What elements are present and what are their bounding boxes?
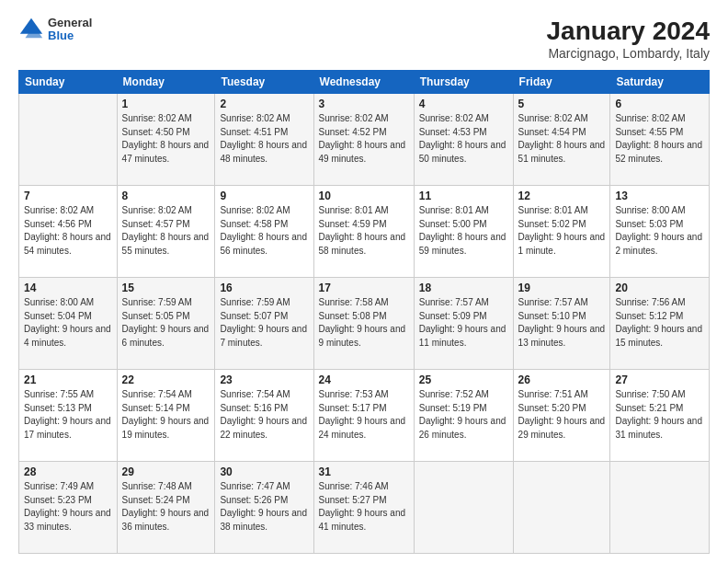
day-cell: 27 Sunrise: 7:50 AM Sunset: 5:21 PM Dayl… (610, 370, 710, 462)
sunrise-text: Sunrise: 8:02 AM (419, 113, 489, 123)
calendar-table: Sunday Monday Tuesday Wednesday Thursday… (18, 70, 710, 554)
sunset-text: Sunset: 5:23 PM (24, 495, 92, 505)
day-cell: 5 Sunrise: 8:02 AM Sunset: 4:54 PM Dayli… (513, 94, 610, 186)
daylight-text: Daylight: 9 hours and 26 minutes. (419, 416, 506, 440)
sunset-text: Sunset: 4:55 PM (615, 127, 683, 137)
day-number: 16 (220, 282, 308, 294)
daylight-text: Daylight: 9 hours and 38 minutes. (220, 508, 307, 532)
day-cell: 11 Sunrise: 8:01 AM Sunset: 5:00 PM Dayl… (414, 186, 513, 278)
day-cell: 8 Sunrise: 8:02 AM Sunset: 4:57 PM Dayli… (117, 186, 215, 278)
daylight-text: Daylight: 8 hours and 49 minutes. (319, 140, 406, 164)
day-cell: 14 Sunrise: 8:00 AM Sunset: 5:04 PM Dayl… (19, 278, 118, 370)
sunrise-text: Sunrise: 7:50 AM (615, 389, 685, 399)
day-cell (513, 462, 610, 554)
daylight-text: Daylight: 9 hours and 2 minutes. (615, 232, 702, 256)
col-saturday: Saturday (610, 71, 710, 94)
logo-general: General (48, 17, 92, 29)
sunrise-text: Sunrise: 7:58 AM (319, 297, 389, 307)
sunset-text: Sunset: 5:07 PM (220, 311, 288, 321)
daylight-text: Daylight: 8 hours and 47 minutes. (122, 140, 210, 164)
daylight-text: Daylight: 9 hours and 33 minutes. (24, 508, 111, 532)
calendar-body: 1 Sunrise: 8:02 AM Sunset: 4:50 PM Dayli… (19, 94, 710, 554)
daylight-text: Daylight: 9 hours and 1 minute. (518, 232, 606, 256)
day-info: Sunrise: 8:02 AM Sunset: 4:57 PM Dayligh… (122, 204, 210, 258)
day-cell: 1 Sunrise: 8:02 AM Sunset: 4:50 PM Dayli… (117, 94, 215, 186)
header: General Blue January 2024 Marcignago, Lo… (18, 17, 710, 61)
day-number: 23 (220, 373, 308, 386)
sunset-text: Sunset: 5:14 PM (122, 403, 190, 413)
day-cell: 9 Sunrise: 8:02 AM Sunset: 4:58 PM Dayli… (215, 186, 313, 278)
day-cell: 12 Sunrise: 8:01 AM Sunset: 5:02 PM Dayl… (513, 186, 610, 278)
week-row-3: 21 Sunrise: 7:55 AM Sunset: 5:13 PM Dayl… (19, 370, 710, 462)
sunset-text: Sunset: 4:54 PM (518, 127, 586, 137)
day-info: Sunrise: 8:02 AM Sunset: 4:51 PM Dayligh… (220, 112, 308, 166)
daylight-text: Daylight: 9 hours and 4 minutes. (24, 324, 111, 348)
sunset-text: Sunset: 4:53 PM (419, 127, 487, 137)
day-info: Sunrise: 7:48 AM Sunset: 5:24 PM Dayligh… (122, 480, 210, 534)
day-cell: 13 Sunrise: 8:00 AM Sunset: 5:03 PM Dayl… (610, 186, 710, 278)
daylight-text: Daylight: 8 hours and 51 minutes. (518, 140, 606, 164)
day-info: Sunrise: 8:02 AM Sunset: 4:50 PM Dayligh… (122, 112, 210, 166)
sunrise-text: Sunrise: 8:00 AM (615, 205, 685, 215)
daylight-text: Daylight: 9 hours and 36 minutes. (122, 508, 210, 532)
day-number: 28 (24, 465, 112, 478)
day-number: 8 (122, 190, 210, 202)
sunset-text: Sunset: 5:24 PM (122, 495, 190, 505)
day-info: Sunrise: 7:55 AM Sunset: 5:13 PM Dayligh… (24, 388, 112, 442)
day-cell: 21 Sunrise: 7:55 AM Sunset: 5:13 PM Dayl… (19, 370, 118, 462)
sunrise-text: Sunrise: 8:02 AM (319, 113, 389, 123)
sunrise-text: Sunrise: 7:54 AM (220, 389, 290, 399)
day-number: 2 (220, 98, 308, 110)
sunset-text: Sunset: 5:13 PM (24, 403, 92, 413)
logo-blue: Blue (48, 29, 92, 42)
sunset-text: Sunset: 5:16 PM (220, 403, 288, 413)
header-row: Sunday Monday Tuesday Wednesday Thursday… (19, 71, 710, 94)
day-info: Sunrise: 8:01 AM Sunset: 5:02 PM Dayligh… (518, 204, 606, 258)
day-number: 27 (615, 373, 704, 386)
page: General Blue January 2024 Marcignago, Lo… (0, 0, 728, 563)
day-number: 25 (419, 373, 508, 386)
day-info: Sunrise: 7:49 AM Sunset: 5:23 PM Dayligh… (24, 480, 112, 534)
day-cell: 22 Sunrise: 7:54 AM Sunset: 5:14 PM Dayl… (117, 370, 215, 462)
day-cell: 30 Sunrise: 7:47 AM Sunset: 5:26 PM Dayl… (215, 462, 313, 554)
day-number: 26 (518, 373, 606, 386)
week-row-2: 14 Sunrise: 8:00 AM Sunset: 5:04 PM Dayl… (19, 278, 710, 370)
day-number: 29 (122, 465, 210, 478)
sunrise-text: Sunrise: 7:59 AM (122, 297, 192, 307)
day-info: Sunrise: 7:54 AM Sunset: 5:16 PM Dayligh… (220, 388, 308, 442)
sunset-text: Sunset: 5:02 PM (518, 219, 586, 229)
day-number: 15 (122, 282, 210, 294)
day-info: Sunrise: 7:52 AM Sunset: 5:19 PM Dayligh… (419, 388, 508, 442)
day-info: Sunrise: 7:51 AM Sunset: 5:20 PM Dayligh… (518, 388, 606, 442)
day-number: 7 (24, 190, 112, 202)
sunrise-text: Sunrise: 7:55 AM (24, 389, 94, 399)
day-cell: 16 Sunrise: 7:59 AM Sunset: 5:07 PM Dayl… (215, 278, 313, 370)
daylight-text: Daylight: 9 hours and 13 minutes. (518, 324, 606, 348)
sunset-text: Sunset: 4:51 PM (220, 127, 288, 137)
day-number: 19 (518, 282, 606, 294)
day-info: Sunrise: 8:02 AM Sunset: 4:55 PM Dayligh… (615, 112, 704, 166)
sunrise-text: Sunrise: 8:02 AM (122, 205, 192, 215)
day-number: 24 (319, 373, 409, 386)
col-wednesday: Wednesday (313, 71, 414, 94)
day-cell: 19 Sunrise: 7:57 AM Sunset: 5:10 PM Dayl… (513, 278, 610, 370)
daylight-text: Daylight: 8 hours and 55 minutes. (122, 232, 210, 256)
daylight-text: Daylight: 8 hours and 50 minutes. (419, 140, 506, 164)
day-info: Sunrise: 8:01 AM Sunset: 4:59 PM Dayligh… (319, 204, 409, 258)
day-info: Sunrise: 7:56 AM Sunset: 5:12 PM Dayligh… (615, 296, 704, 350)
day-cell: 29 Sunrise: 7:48 AM Sunset: 5:24 PM Dayl… (117, 462, 215, 554)
daylight-text: Daylight: 9 hours and 22 minutes. (220, 416, 307, 440)
day-number: 1 (122, 98, 210, 110)
day-info: Sunrise: 8:02 AM Sunset: 4:58 PM Dayligh… (220, 204, 308, 258)
day-info: Sunrise: 8:00 AM Sunset: 5:04 PM Dayligh… (24, 296, 112, 350)
sunset-text: Sunset: 4:59 PM (319, 219, 387, 229)
sunset-text: Sunset: 5:00 PM (419, 219, 487, 229)
day-cell: 15 Sunrise: 7:59 AM Sunset: 5:05 PM Dayl… (117, 278, 215, 370)
daylight-text: Daylight: 8 hours and 58 minutes. (319, 232, 406, 256)
daylight-text: Daylight: 9 hours and 11 minutes. (419, 324, 506, 348)
day-info: Sunrise: 7:54 AM Sunset: 5:14 PM Dayligh… (122, 388, 210, 442)
day-number: 5 (518, 98, 606, 110)
daylight-text: Daylight: 9 hours and 6 minutes. (122, 324, 210, 348)
day-cell (19, 94, 118, 186)
sunset-text: Sunset: 4:57 PM (122, 219, 190, 229)
